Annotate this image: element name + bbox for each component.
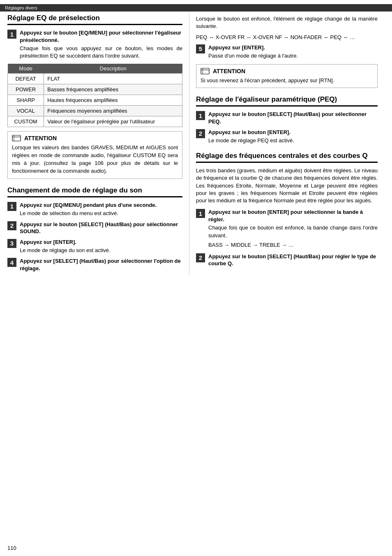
- peq-step1-bold: Appuyez sur le bouton [SELECT] (Haut/Bas…: [208, 111, 378, 125]
- sound-step2-bold: Appuyez sur le bouton [SELECT] (Haut/Bas…: [20, 221, 182, 235]
- header-bar: Réglages divers: [0, 4, 392, 12]
- section-sound-title: Changement de mode de réglage du son: [7, 186, 182, 197]
- peq-step2-block: 2 Appuyez sur le bouton [ENTER]. Le mode…: [196, 129, 378, 145]
- sound-step3-body: Le mode de réglage du son est activé.: [20, 247, 182, 254]
- section-peq-title: Réglage de l'égaliseur paramétrique (PEQ…: [196, 95, 378, 107]
- attention2-title-text: ATTENTION: [213, 68, 245, 74]
- sound-step3-number: 3: [7, 239, 16, 248]
- section-freq-intro: Les trois bandes (graves, médium et aigu…: [196, 167, 378, 204]
- attention1-title: ATTENTION: [12, 134, 178, 142]
- svg-rect-3: [201, 68, 209, 74]
- sound-step4-content: Appuyez sur [SELECT] (Haut/Bas) pour sél…: [20, 257, 182, 272]
- table-cell-mode: DEFEAT: [8, 74, 44, 84]
- peq-step1-number: 1: [196, 111, 205, 120]
- attention1-title-text: ATTENTION: [24, 135, 57, 141]
- attention-icon-1: [12, 134, 22, 142]
- eq-table: Mode Description DEFEATFLATPOWERBasses f…: [7, 64, 182, 127]
- sound-step3-bold: Appuyez sur [ENTER].: [20, 239, 182, 246]
- sound-step3-content: Appuyez sur [ENTER]. Le mode de réglage …: [20, 239, 182, 255]
- freq-step1-content: Appuyez sur le bouton [ENTER] pour sélec…: [208, 208, 378, 249]
- table-col2-header: Description: [44, 64, 182, 74]
- sound-step1-content: Appuyez sur [EQ/MENU] pendant plus d'une…: [20, 202, 182, 218]
- attention-icon-2: [201, 67, 210, 75]
- table-cell-mode: VOCAL: [8, 106, 44, 116]
- sound-step1-number: 1: [7, 202, 16, 211]
- section-sound-mode: Changement de mode de réglage du son 1 A…: [7, 186, 182, 272]
- sound-step1-body: Le mode de sélection du menu est activé.: [20, 210, 182, 217]
- step1-body: Chaque fois que vous appuyez sur ce bout…: [20, 45, 182, 60]
- sound-step2-block: 2 Appuyez sur le bouton [SELECT] (Haut/B…: [7, 221, 182, 235]
- freq-step1-number: 1: [196, 209, 205, 218]
- right-step5-bold: Appuyez sur [ENTER].: [208, 44, 378, 51]
- table-cell-desc: Hautes fréquences amplifiées: [44, 95, 182, 106]
- right-step5-number: 5: [196, 44, 205, 53]
- right-step5-content: Appuyez sur [ENTER]. Passe d'un mode de …: [208, 44, 378, 60]
- sound-step4-bold: Appuyez sur [SELECT] (Haut/Bas) pour sél…: [20, 257, 182, 272]
- table-cell-desc: Valeur de l'égaliseur préréglée par l'ut…: [44, 116, 182, 127]
- peq-step2-content: Appuyez sur le bouton [ENTER]. Le mode d…: [208, 129, 378, 145]
- sound-step3-block: 3 Appuyez sur [ENTER]. Le mode de réglag…: [7, 239, 182, 255]
- right-step5-body2: Passe d'un mode de réglage à l'autre.: [208, 52, 378, 60]
- section-eq-preselection: Réglage EQ de préselection 1 Appuyez sur…: [7, 14, 182, 179]
- table-cell-desc: FLAT: [44, 74, 182, 84]
- header-label: Réglages divers: [5, 5, 37, 10]
- table-row: POWERBasses fréquences amplifiées: [8, 84, 182, 95]
- table-row: DEFEATFLAT: [8, 74, 182, 84]
- step5-intro-body: Lorsque le bouton est enfoncé, l'élément…: [196, 15, 378, 30]
- step1-number: 1: [7, 30, 16, 39]
- attention2-body: Si vous revenez à l'écran précédent, app…: [201, 77, 373, 85]
- peq-step1-block: 1 Appuyez sur le bouton [SELECT] (Haut/B…: [196, 111, 378, 125]
- sound-step2-content: Appuyez sur le bouton [SELECT] (Haut/Bas…: [20, 221, 182, 235]
- two-column-layout: Réglage EQ de préselection 1 Appuyez sur…: [0, 14, 392, 276]
- peq-step2-body: Le mode de réglage PEQ est activé.: [208, 137, 378, 144]
- page-number: 110: [7, 545, 16, 551]
- section-eq-title: Réglage EQ de préselection: [7, 14, 182, 25]
- section-freq: Réglage des fréquences centrales et des …: [196, 152, 378, 267]
- freq-step1-body: Chaque fois que ce bouton est enfoncé, l…: [208, 224, 378, 239]
- section-freq-title: Réglage des fréquences centrales et des …: [196, 152, 378, 163]
- freq-step1-bold: Appuyez sur le bouton [ENTER] pour sélec…: [208, 208, 378, 223]
- table-cell-mode: POWER: [8, 84, 44, 95]
- sound-step1-bold: Appuyez sur [EQ/MENU] pendant plus d'une…: [20, 202, 182, 209]
- right-step5-block: 5 Appuyez sur [ENTER]. Passe d'un mode d…: [196, 44, 378, 60]
- table-row: CUSTOMValeur de l'égaliseur préréglée pa…: [8, 116, 182, 127]
- sound-step4-block: 4 Appuyez sur [SELECT] (Haut/Bas) pour s…: [7, 257, 182, 272]
- attention1-body: Lorsque les valeurs des bandes GRAVES, M…: [12, 144, 178, 175]
- attention-box-2: ATTENTION Si vous revenez à l'écran préc…: [196, 64, 378, 88]
- sound-step2-number: 2: [7, 221, 16, 230]
- peq-step2-number: 2: [196, 129, 205, 138]
- freq-step2-number: 2: [196, 253, 205, 262]
- step4-continuation: Lorsque le bouton est enfoncé, l'élément…: [196, 15, 378, 42]
- freq-step1-formula: BASS → MIDDLE → TREBLE → …: [208, 242, 378, 248]
- table-cell-desc: Fréquences moyennes amplifiées: [44, 106, 182, 116]
- peq-step2-bold: Appuyez sur le bouton [ENTER].: [208, 129, 378, 136]
- freq-step2-bold: Appuyez sur le bouton [SELECT] (Haut/Bas…: [208, 253, 378, 267]
- table-col1-header: Mode: [8, 64, 44, 74]
- freq-step2-content: Appuyez sur le bouton [SELECT] (Haut/Bas…: [208, 253, 378, 267]
- table-cell-mode: CUSTOM: [8, 116, 44, 127]
- step1-block: 1 Appuyez sur le bouton [EQ/MENU] pour s…: [7, 29, 182, 60]
- sound-step4-number: 4: [7, 258, 16, 267]
- freq-step2-block: 2 Appuyez sur le bouton [SELECT] (Haut/B…: [196, 253, 378, 267]
- step1-content: Appuyez sur le bouton [EQ/MENU] pour sél…: [20, 29, 182, 60]
- page: Réglages divers Réglage EQ de préselecti…: [0, 0, 392, 556]
- step1-bold: Appuyez sur le bouton [EQ/MENU] pour sél…: [20, 29, 182, 44]
- peq-step1-content: Appuyez sur le bouton [SELECT] (Haut/Bas…: [208, 111, 378, 125]
- table-cell-mode: SHARP: [8, 95, 44, 106]
- sound-step1-block: 1 Appuyez sur [EQ/MENU] pendant plus d'u…: [7, 202, 182, 218]
- section-peq: Réglage de l'égaliseur paramétrique (PEQ…: [196, 95, 378, 144]
- freq-step1-block: 1 Appuyez sur le bouton [ENTER] pour sél…: [196, 208, 378, 249]
- table-cell-desc: Basses fréquences amplifiées: [44, 84, 182, 95]
- table-row: SHARPHautes fréquences amplifiées: [8, 95, 182, 106]
- left-column: Réglage EQ de préselection 1 Appuyez sur…: [0, 14, 189, 276]
- step5-formula: PEQ ↔ X-OVER FR ↔ X-OVER NF ↔ NON-FADER …: [196, 33, 378, 42]
- table-row: VOCALFréquences moyennes amplifiées: [8, 106, 182, 116]
- svg-rect-0: [12, 135, 21, 141]
- attention2-title: ATTENTION: [201, 67, 373, 75]
- attention-box-1: ATTENTION Lorsque les valeurs des bandes…: [7, 131, 182, 178]
- right-column: Lorsque le bouton est enfoncé, l'élément…: [189, 14, 385, 276]
